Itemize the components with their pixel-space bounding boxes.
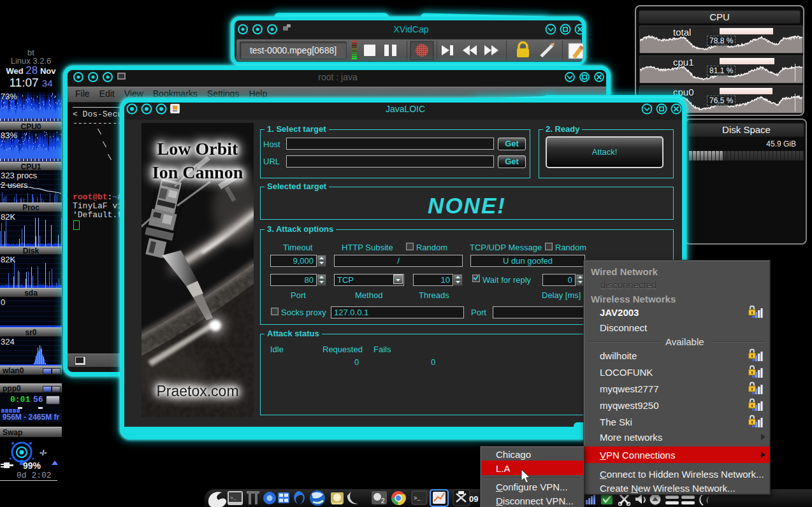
svg-text:>_: >_ bbox=[230, 495, 236, 501]
svg-text:0d 2:02: 0d 2:02 bbox=[17, 471, 52, 480]
svg-text:>_: >_ bbox=[414, 496, 421, 502]
svg-text:Low Orbit: Low Orbit bbox=[157, 139, 238, 159]
svg-text:JavaLOIC: JavaLOIC bbox=[386, 104, 425, 114]
svg-text:2: 2 bbox=[381, 497, 385, 504]
svg-text:XVidCap: XVidCap bbox=[393, 24, 428, 34]
svg-text:99%: 99% bbox=[23, 461, 41, 471]
svg-text:-/-: -/- bbox=[40, 448, 47, 457]
svg-text:Ion Cannon: Ion Cannon bbox=[152, 162, 243, 182]
svg-text:09: 09 bbox=[469, 494, 478, 504]
svg-text:root : java: root : java bbox=[318, 72, 358, 82]
svg-text:Praetox.com: Praetox.com bbox=[156, 383, 238, 399]
